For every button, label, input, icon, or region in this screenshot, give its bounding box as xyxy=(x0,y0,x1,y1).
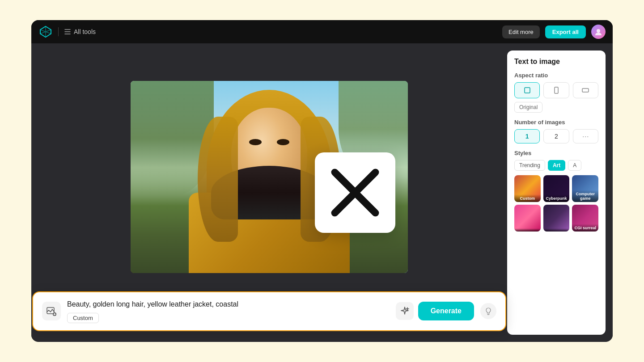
sparkle-button[interactable] xyxy=(396,302,414,320)
style-label-5 xyxy=(543,228,570,232)
lightbulb-button[interactable] xyxy=(480,303,496,319)
panel-title: Text to image xyxy=(514,58,598,66)
style-label-custom: Custom xyxy=(514,194,541,202)
app-logo[interactable] xyxy=(38,25,53,39)
num-images-row: 1 2 ··· xyxy=(514,129,598,143)
styles-grid: Custom Cyberpunk Computer game xyxy=(514,175,598,232)
ar-square-button[interactable] xyxy=(514,82,540,98)
all-tools-button[interactable]: All tools xyxy=(64,28,96,35)
num-images-more-button[interactable]: ··· xyxy=(573,129,598,143)
style-label-cyberpunk: Cyberpunk xyxy=(543,194,570,202)
svg-rect-5 xyxy=(582,88,589,92)
edit-more-button[interactable]: Edit more xyxy=(502,25,540,38)
ar-landscape-button[interactable] xyxy=(573,82,598,98)
prompt-content: Beauty, golden long hair, yellow leather… xyxy=(67,299,390,323)
svg-rect-3 xyxy=(525,88,530,93)
num-images-label: Number of images xyxy=(514,119,598,126)
prompt-actions: Generate xyxy=(396,302,474,320)
style-item-4[interactable] xyxy=(514,205,541,232)
export-all-button[interactable]: Export all xyxy=(545,25,586,38)
svg-point-0 xyxy=(597,29,600,33)
right-panel: Text to image Aspect ratio xyxy=(507,51,606,335)
styles-tabs: Trending Art A xyxy=(514,160,598,171)
style-item-custom[interactable]: Custom xyxy=(514,175,541,202)
ar-portrait-button[interactable] xyxy=(543,82,569,98)
topbar: All tools Edit more Export all xyxy=(31,20,613,43)
original-ratio-button[interactable]: Original xyxy=(514,102,542,113)
canvas-area: Beauty, golden long hair, yellow leather… xyxy=(31,43,507,342)
avatar[interactable] xyxy=(591,25,606,39)
aspect-ratio-label: Aspect ratio xyxy=(514,72,598,79)
num-images-1-button[interactable]: 1 xyxy=(514,129,540,143)
topbar-divider xyxy=(58,27,59,36)
aspect-ratio-row xyxy=(514,82,598,98)
style-item-computer-game[interactable]: Computer game xyxy=(572,175,598,202)
tab-trending[interactable]: Trending xyxy=(514,160,545,171)
num-images-2-button[interactable]: 2 xyxy=(543,129,569,143)
style-item-cgi-surreal[interactable]: CGI surreal xyxy=(572,205,598,232)
prompt-text[interactable]: Beauty, golden long hair, yellow leather… xyxy=(67,299,390,309)
image-add-icon[interactable] xyxy=(42,302,61,320)
svg-rect-4 xyxy=(555,87,558,93)
tab-more[interactable]: A xyxy=(568,160,581,171)
style-item-cyberpunk[interactable]: Cyberpunk xyxy=(543,175,570,202)
style-item-5[interactable] xyxy=(543,205,570,232)
style-label-computer-game: Computer game xyxy=(572,190,598,202)
generate-button[interactable]: Generate xyxy=(418,302,474,320)
brand-logo-watermark xyxy=(315,152,395,233)
tab-art[interactable]: Art xyxy=(548,160,565,171)
styles-label: Styles xyxy=(514,150,598,156)
style-label-cgi-surreal: CGI surreal xyxy=(572,224,598,232)
main-area: Beauty, golden long hair, yellow leather… xyxy=(31,43,613,342)
style-label-4 xyxy=(514,228,541,232)
custom-style-tag[interactable]: Custom xyxy=(67,313,99,323)
prompt-bar: Beauty, golden long hair, yellow leather… xyxy=(32,291,506,331)
app-container: All tools Edit more Export all xyxy=(31,20,613,342)
